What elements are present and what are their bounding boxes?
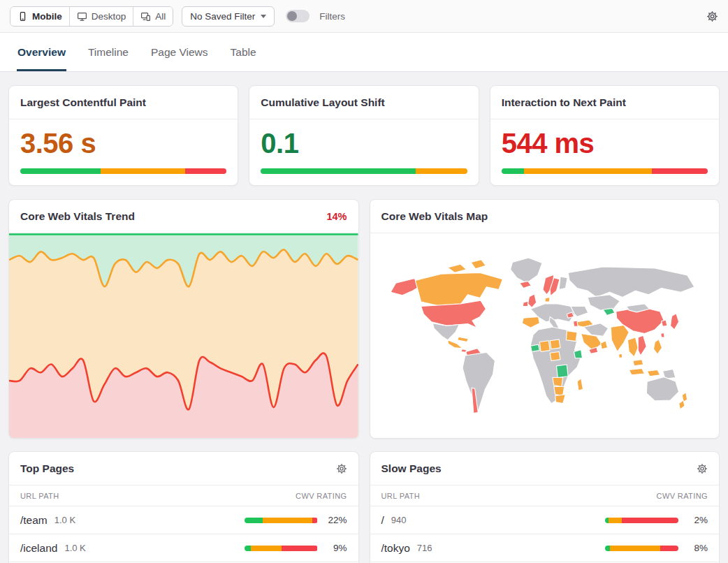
page-path[interactable]: /iceland: [20, 542, 57, 555]
map-region-denmark[interactable]: [544, 298, 549, 302]
column-url-path: URL PATH: [381, 492, 421, 500]
map-region-iceland[interactable]: [519, 281, 531, 288]
map-region-ireland[interactable]: [523, 301, 527, 306]
slow-pages-settings-button[interactable]: [697, 463, 708, 474]
filters-toggle[interactable]: [286, 10, 310, 22]
map-region-malaysia[interactable]: [632, 360, 643, 366]
cls-card-title: Cumulative Layout Shift: [261, 96, 384, 109]
table-row[interactable]: /iceland 1.0 K 9%: [9, 534, 358, 562]
map-region-korea[interactable]: [661, 320, 667, 326]
tab-timeline[interactable]: Timeline: [87, 36, 129, 71]
map-region-canada-islands[interactable]: [471, 260, 486, 269]
map-region-senegal[interactable]: [530, 344, 539, 351]
map-region-myanmar-thailand[interactable]: [627, 337, 638, 357]
page-view-count: 1.0 K: [64, 543, 85, 553]
gear-icon: [706, 10, 718, 22]
top-toolbar: Mobile Desktop All No Saved Filter Filte…: [0, 0, 728, 33]
lcp-card: Largest Contentful Paint 3.56 s: [8, 85, 238, 186]
map-region-egypt[interactable]: [566, 331, 577, 342]
map-region-india[interactable]: [611, 325, 629, 351]
map-region-angola[interactable]: [552, 378, 562, 387]
map-region-taiwan[interactable]: [660, 333, 664, 337]
saved-filter-label: No Saved Filter: [190, 11, 255, 22]
map-region-cuba[interactable]: [457, 337, 468, 342]
lcp-distribution-bar: [20, 168, 226, 174]
pages-row: Top Pages URL PATH CWV RATING /team 1.0 …: [0, 451, 728, 563]
cls-value: 0.1: [261, 128, 467, 159]
map-region-usa[interactable]: [421, 300, 486, 328]
map-region-uzbekistan[interactable]: [603, 308, 615, 315]
map-region-spain[interactable]: [522, 316, 539, 328]
table-row[interactable]: /team 1.0 K 22%: [9, 506, 358, 534]
map-region-canada-islands[interactable]: [447, 264, 466, 272]
tab-table[interactable]: Table: [230, 36, 257, 71]
map-region-central-america[interactable]: [447, 340, 462, 349]
device-toggle-all-label: All: [155, 11, 166, 22]
cwv-world-map: [370, 233, 720, 438]
map-region-indonesia-west[interactable]: [629, 369, 644, 375]
inp-card: Interaction to Next Paint 544 ms: [490, 85, 720, 186]
map-region-finland[interactable]: [559, 277, 567, 290]
map-region-japan[interactable]: [670, 314, 678, 330]
trend-card-title: Core Web Vitals Trend: [20, 210, 135, 223]
map-region-philippines[interactable]: [653, 339, 662, 354]
map-region-mexico[interactable]: [432, 323, 459, 340]
map-region-vietnam[interactable]: [638, 335, 646, 356]
map-region-kazakhstan[interactable]: [587, 295, 619, 310]
map-region-sri-lanka[interactable]: [618, 353, 623, 358]
trend-chart-svg: [9, 233, 358, 438]
device-toggle-mobile-label: Mobile: [32, 11, 62, 22]
device-toggle-desktop[interactable]: Desktop: [70, 7, 134, 26]
table-row[interactable]: / 940 2%: [370, 506, 720, 534]
page-path[interactable]: /team: [20, 514, 48, 527]
all-devices-icon: [140, 11, 151, 22]
map-region-australia[interactable]: [646, 377, 678, 401]
map-region-new-zealand-south[interactable]: [678, 400, 684, 409]
cls-distribution-bar: [261, 168, 467, 174]
map-region-oman[interactable]: [600, 341, 607, 349]
cwv-rating-bar: [605, 546, 678, 551]
inp-distribution-bar: [502, 168, 708, 174]
map-region-saudi-arabia[interactable]: [581, 334, 602, 351]
page-view-count: 1.0 K: [54, 515, 75, 525]
chevron-down-icon: [261, 15, 266, 18]
column-cwv-rating: CWV RATING: [657, 492, 708, 500]
map-region-mali[interactable]: [539, 341, 550, 352]
map-region-south-africa[interactable]: [555, 395, 565, 404]
cwv-rating-bar: [245, 546, 318, 551]
map-region-niger[interactable]: [550, 339, 560, 349]
cwv-trend-chart[interactable]: [9, 233, 358, 438]
map-region-nigeria[interactable]: [550, 351, 560, 360]
top-pages-title: Top Pages: [20, 462, 74, 475]
tab-page-views[interactable]: Page Views: [150, 36, 209, 71]
map-region-canada[interactable]: [415, 272, 502, 307]
filters-toggle-label: Filters: [319, 11, 345, 22]
device-toggle-all[interactable]: All: [133, 7, 173, 26]
cwv-trend-card: Core Web Vitals Trend 14%: [8, 199, 359, 439]
map-region-south-america[interactable]: [463, 352, 495, 412]
map-region-madagascar[interactable]: [577, 378, 583, 390]
dashboard-settings-button[interactable]: [706, 10, 718, 22]
charts-row: Core Web Vitals Trend 14% Core Web Vital…: [0, 199, 728, 439]
map-region-dr-congo[interactable]: [556, 365, 568, 378]
map-region-uk[interactable]: [527, 294, 536, 307]
gear-icon: [336, 463, 347, 474]
mobile-icon: [17, 11, 28, 22]
page-path[interactable]: /: [381, 514, 384, 527]
map-region-namibia-botswana[interactable]: [553, 387, 564, 396]
slow-pages-title: Slow Pages: [381, 462, 442, 475]
page-path[interactable]: /tokyo: [381, 542, 410, 555]
map-region-indonesia-east[interactable]: [647, 370, 660, 376]
cwv-rating-bar: [605, 518, 678, 523]
column-cwv-rating: CWV RATING: [296, 492, 347, 500]
map-region-russia[interactable]: [568, 267, 694, 298]
map-region-ethiopia[interactable]: [574, 350, 582, 358]
map-card-title: Core Web Vitals Map: [381, 210, 488, 223]
top-pages-settings-button[interactable]: [336, 463, 347, 474]
map-region-greenland[interactable]: [510, 258, 541, 283]
saved-filter-dropdown[interactable]: No Saved Filter: [182, 6, 275, 27]
device-toggle-mobile[interactable]: Mobile: [10, 7, 70, 26]
tab-overview[interactable]: Overview: [17, 36, 66, 71]
table-row[interactable]: /tokyo 716 8%: [370, 534, 720, 562]
inp-card-title: Interaction to Next Paint: [502, 96, 626, 109]
